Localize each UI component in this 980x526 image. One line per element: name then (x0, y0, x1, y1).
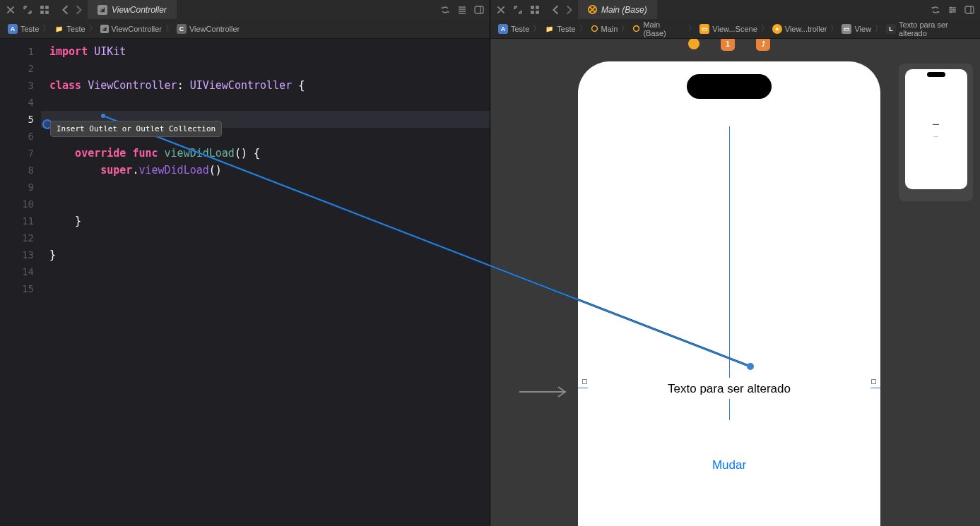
breadcrumb-item[interactable]: ViewController (98, 25, 164, 33)
tab-main-base[interactable]: Main (Base) (578, 0, 657, 19)
swift-file-icon (98, 5, 107, 15)
entry-point-arrow (516, 385, 572, 399)
left-tab-bar: ViewController (0, 0, 490, 19)
storyboard-icon (632, 25, 640, 32)
breadcrumb-label: Teste (20, 25, 39, 33)
breadcrumb-item[interactable]: Main (Base) (630, 20, 687, 37)
breadcrumb-label: Teste (66, 25, 85, 33)
scene-toolbar: 1 ⤴ (578, 39, 880, 54)
minimap[interactable]: ━━━ ── (899, 64, 973, 201)
breadcrumb-item[interactable]: ▭View...Scene (697, 24, 759, 34)
scene-badge-icon[interactable] (688, 39, 699, 49)
line-gutter: 1 2 3 4 5 6 7 8 9 10 11 12 13 14 15 (0, 39, 41, 526)
svg-rect-11 (536, 11, 539, 14)
breadcrumb-label: Main (Base) (643, 20, 685, 37)
svg-rect-2 (40, 11, 44, 14)
minimap-notch (927, 72, 945, 77)
folder-icon: 📁 (544, 24, 554, 34)
svg-point-13 (950, 6, 952, 8)
back-icon[interactable] (551, 5, 561, 15)
tab-label: ViewController (112, 5, 167, 15)
breadcrumb-item[interactable]: ATeste (496, 24, 531, 34)
breadcrumb-label: Texto para ser alterado (899, 20, 978, 37)
device-notch (687, 74, 772, 99)
scene-icon: ▭ (699, 24, 709, 34)
refresh-icon[interactable] (440, 5, 450, 15)
minimap-device: ━━━ ── (905, 69, 967, 189)
breadcrumb-label: View (854, 25, 871, 33)
breadcrumb-item[interactable]: 📁Teste (52, 24, 87, 34)
expand-icon[interactable] (23, 5, 33, 15)
breadcrumb-label: ViewController (112, 25, 162, 33)
device-preview[interactable]: Texto para ser alterado Mudar (578, 61, 880, 526)
close-icon[interactable] (496, 5, 506, 15)
back-icon[interactable] (61, 5, 71, 15)
panel-icon[interactable] (964, 5, 974, 15)
ui-label[interactable]: Texto para ser alterado (578, 382, 880, 396)
close-icon[interactable] (6, 5, 16, 15)
app-icon: A (498, 24, 508, 34)
right-breadcrumb: ATeste 〉 📁Teste 〉 Main 〉 Main (Base) 〉 ▭… (490, 19, 980, 39)
breadcrumb-label: View...Scene (712, 25, 757, 33)
svg-rect-8 (531, 6, 534, 9)
breadcrumb-label: Teste (511, 25, 529, 33)
outlet-tooltip: Insert Outlet or Outlet Collection (50, 121, 222, 137)
minimap-button: ── (905, 134, 967, 138)
exit-icon[interactable]: ⤴ (756, 39, 770, 51)
ui-button[interactable]: Mudar (578, 458, 880, 472)
svg-rect-10 (531, 11, 534, 14)
class-icon: C (177, 24, 187, 34)
breadcrumb-item[interactable]: Main (589, 25, 620, 33)
refresh-icon[interactable] (931, 5, 940, 15)
label-icon: L (886, 24, 896, 34)
lines-icon[interactable] (457, 5, 467, 15)
forward-icon[interactable] (564, 5, 574, 15)
storyboard-icon (591, 25, 598, 32)
controller-icon: ● (772, 24, 782, 34)
svg-rect-5 (475, 6, 483, 13)
breadcrumb-label: Teste (557, 25, 575, 33)
svg-rect-9 (536, 6, 539, 9)
breadcrumb-item[interactable]: LTexto para ser alterado (884, 20, 980, 37)
adjust-icon[interactable] (947, 5, 957, 15)
forward-icon[interactable] (73, 5, 83, 15)
breadcrumb-item[interactable]: CViewController (175, 24, 242, 34)
minimap-label: ━━━ (905, 122, 967, 126)
svg-rect-0 (40, 6, 44, 9)
tab-label: Main (Base) (601, 5, 647, 15)
svg-rect-3 (45, 11, 49, 14)
view-icon: ▭ (842, 24, 851, 34)
svg-rect-1 (45, 6, 49, 9)
svg-point-18 (591, 26, 597, 32)
swift-icon (100, 25, 109, 33)
storyboard-icon (588, 5, 597, 14)
breadcrumb-label: View...troller (785, 25, 827, 33)
interface-builder-canvas[interactable]: 1 ⤴ Texto para ser alterado Mudar (490, 39, 980, 526)
svg-point-19 (634, 26, 639, 32)
breadcrumb-item[interactable]: ▭View (839, 24, 873, 34)
breadcrumb-label: ViewController (189, 25, 240, 33)
right-tab-bar: Main (Base) (490, 0, 980, 19)
breadcrumb-item[interactable]: ●View...troller (770, 24, 830, 34)
breadcrumb-item[interactable]: ATeste (6, 24, 41, 34)
expand-icon[interactable] (513, 5, 523, 15)
constraint-line (729, 126, 730, 378)
svg-point-15 (950, 11, 952, 13)
code-content[interactable]: import UIKit class ViewController: UIVie… (41, 39, 490, 526)
tab-viewcontroller[interactable]: ViewController (88, 0, 177, 19)
panel-icon[interactable] (474, 5, 484, 15)
app-icon: A (8, 24, 18, 34)
first-responder-icon[interactable]: 1 (721, 39, 735, 51)
left-breadcrumb: ATeste 〉 📁Teste 〉 ViewController 〉 CView… (0, 19, 490, 39)
grid-icon[interactable] (40, 5, 49, 15)
svg-point-14 (953, 8, 955, 11)
grid-icon[interactable] (530, 5, 540, 15)
svg-rect-16 (965, 6, 974, 13)
folder-icon: 📁 (54, 24, 64, 34)
breadcrumb-item[interactable]: 📁Teste (542, 24, 577, 34)
code-editor[interactable]: 1 2 3 4 5 6 7 8 9 10 11 12 13 14 15 impo… (0, 39, 490, 526)
breadcrumb-label: Main (601, 25, 618, 33)
constraint-line (729, 399, 730, 420)
